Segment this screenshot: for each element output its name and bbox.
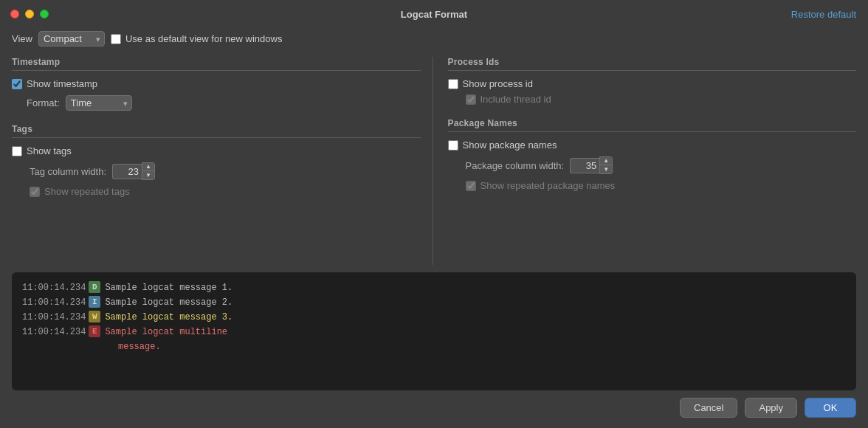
log-line-1: 11:00:14.234 D Sample logcat message 1. bbox=[22, 281, 846, 294]
show-repeated-pkg-checkbox bbox=[466, 181, 476, 191]
tag-col-width-label: Tag column width: bbox=[30, 166, 106, 177]
show-repeated-pkg-text: Show repeated package names bbox=[480, 180, 616, 191]
panel-right: Process Ids Show process id Include thre… bbox=[433, 57, 857, 265]
show-repeated-tags-checkbox bbox=[30, 187, 40, 197]
pkg-col-width-label: Package column width: bbox=[466, 160, 565, 171]
tag-spinner-up[interactable]: ▲ bbox=[142, 163, 154, 171]
log-level-e: E bbox=[89, 325, 100, 337]
include-thread-row: Include thread id bbox=[466, 94, 857, 105]
restore-default-button[interactable]: Restore default bbox=[791, 9, 856, 20]
show-repeated-tags-row: Show repeated tags bbox=[30, 186, 421, 197]
log-time-3: 11:00:14.234 bbox=[22, 311, 86, 324]
ok-button[interactable]: OK bbox=[805, 398, 856, 418]
format-select[interactable]: Time Date Epoch Monotonic bbox=[66, 95, 132, 111]
timestamp-section: Timestamp Show timestamp Format: Time Da… bbox=[12, 57, 421, 111]
show-repeated-pkg-row: Show repeated package names bbox=[466, 180, 857, 191]
pkg-spinner: ▲ ▼ bbox=[570, 156, 613, 174]
view-select[interactable]: Compact Standard Verbose bbox=[38, 31, 105, 46]
tag-spinner-down[interactable]: ▼ bbox=[142, 171, 154, 179]
format-label: Format: bbox=[27, 97, 60, 108]
package-names-header: Package Names bbox=[448, 118, 857, 132]
footer: Cancel Apply OK bbox=[0, 390, 868, 428]
titlebar: Logcat Format Restore default bbox=[0, 0, 868, 28]
include-thread-checkbox bbox=[466, 94, 476, 105]
default-view-checkbox[interactable] bbox=[111, 34, 121, 44]
pkg-col-width-input[interactable] bbox=[570, 158, 599, 173]
format-select-wrapper: Time Date Epoch Monotonic bbox=[66, 95, 132, 111]
log-msg-1: Sample logcat message 1. bbox=[105, 281, 232, 294]
view-label: View bbox=[12, 33, 32, 44]
log-continuation: message. bbox=[118, 340, 846, 353]
show-package-names-checkbox[interactable] bbox=[448, 140, 458, 151]
log-msg-3: Sample logcat message 3. bbox=[105, 311, 232, 324]
include-thread-label: Include thread id bbox=[466, 94, 857, 105]
timestamp-header: Timestamp bbox=[12, 57, 421, 71]
log-time-2: 11:00:14.234 bbox=[22, 296, 86, 309]
show-process-id-text: Show process id bbox=[463, 78, 533, 89]
log-level-w: W bbox=[89, 311, 100, 322]
show-tags-checkbox[interactable] bbox=[12, 146, 22, 156]
show-timestamp-label[interactable]: Show timestamp bbox=[12, 78, 421, 89]
view-select-wrapper: Compact Standard Verbose bbox=[38, 31, 105, 46]
tag-col-width-input[interactable] bbox=[112, 164, 142, 179]
log-time-4: 11:00:14.234 bbox=[22, 325, 86, 339]
package-names-section: Package Names Show package names Package… bbox=[448, 118, 857, 191]
content-area: View Compact Standard Verbose Use as def… bbox=[0, 28, 868, 390]
log-level-i: I bbox=[89, 296, 100, 308]
process-ids-section: Process Ids Show process id Include thre… bbox=[448, 57, 857, 105]
tags-section: Tags Show tags Tag column width: ▲ ▼ bbox=[12, 124, 421, 197]
tags-header: Tags bbox=[12, 124, 421, 138]
tag-col-width-row: Tag column width: ▲ ▼ bbox=[30, 162, 421, 180]
show-timestamp-checkbox[interactable] bbox=[12, 79, 22, 89]
apply-button[interactable]: Apply bbox=[745, 398, 797, 418]
show-repeated-tags-label: Show repeated tags bbox=[30, 186, 421, 197]
preview-area: 11:00:14.234 D Sample logcat message 1. … bbox=[12, 272, 856, 390]
log-line-4: 11:00:14.234 E Sample logcat multiline bbox=[22, 325, 846, 339]
log-level-d: D bbox=[89, 281, 100, 293]
traffic-lights bbox=[10, 10, 49, 18]
show-tags-label[interactable]: Show tags bbox=[12, 145, 421, 156]
pkg-spinner-down[interactable]: ▼ bbox=[600, 165, 612, 173]
minimize-button[interactable] bbox=[25, 10, 34, 18]
tag-spinner: ▲ ▼ bbox=[112, 162, 155, 180]
format-row: Format: Time Date Epoch Monotonic bbox=[27, 95, 421, 111]
default-view-label[interactable]: Use as default view for new windows bbox=[111, 33, 282, 44]
process-ids-header: Process Ids bbox=[448, 57, 857, 71]
main-panels: Timestamp Show timestamp Format: Time Da… bbox=[12, 57, 856, 265]
window-title: Logcat Format bbox=[401, 9, 467, 20]
close-button[interactable] bbox=[10, 10, 19, 18]
top-bar: View Compact Standard Verbose Use as def… bbox=[12, 31, 856, 46]
default-view-text: Use as default view for new windows bbox=[125, 33, 282, 44]
panel-left: Timestamp Show timestamp Format: Time Da… bbox=[12, 57, 433, 265]
pkg-col-width-row: Package column width: ▲ ▼ bbox=[466, 156, 857, 174]
window: Logcat Format Restore default View Compa… bbox=[0, 0, 868, 428]
show-timestamp-text: Show timestamp bbox=[27, 78, 97, 89]
show-process-id-label[interactable]: Show process id bbox=[448, 78, 857, 89]
show-repeated-pkg-label: Show repeated package names bbox=[466, 180, 857, 191]
pkg-spinner-up[interactable]: ▲ bbox=[600, 157, 612, 165]
log-line-2: 11:00:14.234 I Sample logcat message 2. bbox=[22, 296, 846, 309]
show-tags-text: Show tags bbox=[27, 145, 72, 156]
log-time-1: 11:00:14.234 bbox=[22, 281, 86, 294]
log-msg-4: Sample logcat multiline bbox=[105, 325, 227, 339]
show-package-names-label[interactable]: Show package names bbox=[448, 139, 857, 151]
log-msg-2: Sample logcat message 2. bbox=[105, 296, 232, 309]
show-repeated-tags-text: Show repeated tags bbox=[44, 186, 130, 197]
include-thread-text: Include thread id bbox=[480, 94, 551, 105]
cancel-button[interactable]: Cancel bbox=[680, 398, 737, 418]
tag-spinner-buttons: ▲ ▼ bbox=[142, 162, 155, 180]
maximize-button[interactable] bbox=[40, 10, 49, 18]
log-line-3: 11:00:14.234 W Sample logcat message 3. bbox=[22, 311, 846, 324]
show-package-names-text: Show package names bbox=[463, 139, 557, 151]
pkg-spinner-buttons: ▲ ▼ bbox=[599, 156, 613, 174]
show-process-id-checkbox[interactable] bbox=[448, 79, 458, 89]
